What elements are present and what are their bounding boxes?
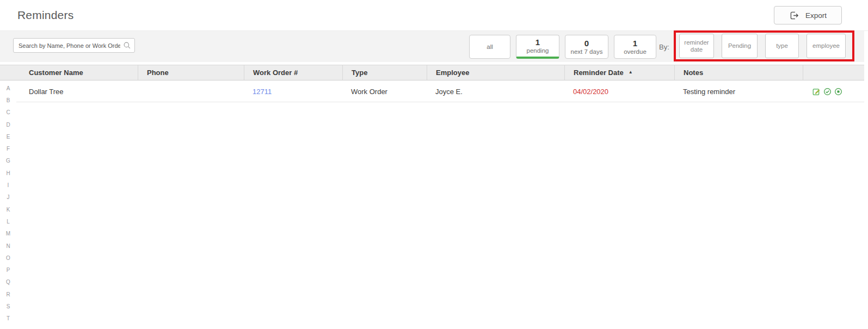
- alphabet-letter-l[interactable]: L: [0, 215, 16, 227]
- filter-next7days-button[interactable]: 0 next 7 days: [565, 35, 608, 59]
- search-icon: [123, 41, 131, 49]
- alphabet-letter-j[interactable]: J: [0, 191, 16, 203]
- alphabet-letter-k[interactable]: K: [0, 203, 16, 215]
- search-input[interactable]: [13, 38, 135, 53]
- alphabet-letter-h[interactable]: H: [0, 167, 16, 179]
- alphabet-letter-i[interactable]: I: [0, 179, 16, 191]
- alphabet-letter-r[interactable]: R: [0, 288, 16, 300]
- cell-employee: Joyce E.: [427, 88, 564, 96]
- filter-all-label: all: [487, 43, 493, 51]
- alphabet-letter-s[interactable]: S: [0, 300, 16, 312]
- overdue-label: overdue: [624, 48, 647, 55]
- filter-pending-button[interactable]: 1 pending: [516, 35, 559, 59]
- column-header-customer-name[interactable]: Customer Name: [0, 65, 138, 80]
- cell-work-order: 12711: [244, 88, 342, 96]
- alphabet-letter-t[interactable]: T: [0, 313, 16, 325]
- next7days-label: next 7 days: [571, 48, 603, 55]
- column-header-notes[interactable]: Notes: [674, 65, 803, 80]
- pending-count: 1: [535, 38, 540, 47]
- alphabet-letter-a[interactable]: A: [0, 82, 16, 94]
- sort-by-type-button[interactable]: type: [765, 34, 799, 58]
- cell-reminder-date: 04/02/2020: [564, 88, 674, 96]
- reminder-date-header-label: Reminder Date: [574, 69, 624, 77]
- by-filter-group: reminder date Pending type employee: [679, 34, 846, 58]
- alphabet-letter-q[interactable]: Q: [0, 276, 16, 288]
- page-title: Reminders: [17, 0, 73, 30]
- count-filter-group: all 1 pending 0 next 7 days 1 overdue: [469, 35, 656, 59]
- column-header-phone[interactable]: Phone: [138, 65, 244, 80]
- table-row[interactable]: Dollar Tree 12711 Work Order Joyce E. 04…: [0, 80, 864, 102]
- cell-actions: [803, 88, 864, 96]
- column-header-type[interactable]: Type: [342, 65, 427, 80]
- search-field: [13, 38, 135, 53]
- alphabet-letter-m[interactable]: M: [0, 228, 16, 240]
- by-label: By:: [659, 35, 669, 59]
- filter-overdue-button[interactable]: 1 overdue: [614, 35, 656, 59]
- sort-by-pending-button[interactable]: Pending: [722, 34, 758, 58]
- cell-notes: Testing reminder: [674, 88, 803, 96]
- column-header-employee[interactable]: Employee: [427, 65, 564, 80]
- table-header: Customer Name Phone Work Order # Type Em…: [0, 65, 864, 80]
- edit-icon[interactable]: [812, 88, 821, 96]
- title-bar: Reminders Export: [0, 0, 868, 31]
- work-order-link[interactable]: 12711: [253, 88, 272, 96]
- export-label: Export: [805, 11, 827, 20]
- column-header-work-order[interactable]: Work Order #: [244, 65, 342, 80]
- column-header-actions: [803, 65, 864, 80]
- sort-asc-icon: ▲: [629, 70, 633, 75]
- mark-complete-icon[interactable]: [823, 88, 832, 96]
- sort-by-reminder-date-button[interactable]: reminder date: [679, 34, 714, 58]
- alphabet-letter-g[interactable]: G: [0, 155, 16, 167]
- export-icon: [789, 10, 799, 21]
- alphabet-letter-n[interactable]: N: [0, 240, 16, 252]
- alphabet-letter-b[interactable]: B: [0, 94, 16, 106]
- dismiss-icon[interactable]: [834, 88, 842, 96]
- alphabet-letter-c[interactable]: C: [0, 107, 16, 119]
- next7days-count: 0: [584, 39, 589, 48]
- alphabet-letter-p[interactable]: P: [0, 264, 16, 276]
- alphabet-letter-e[interactable]: E: [0, 131, 16, 142]
- alphabet-index: ABCDEFGHIJKLMNOPQRST: [0, 82, 16, 325]
- filter-all-button[interactable]: all: [469, 35, 510, 59]
- overdue-count: 1: [633, 39, 637, 48]
- cell-type: Work Order: [342, 88, 427, 96]
- alphabet-letter-d[interactable]: D: [0, 119, 16, 131]
- export-button[interactable]: Export: [774, 6, 842, 24]
- pending-label: pending: [527, 47, 549, 54]
- alphabet-letter-o[interactable]: O: [0, 252, 16, 264]
- alphabet-letter-f[interactable]: F: [0, 142, 16, 154]
- column-header-reminder-date[interactable]: Reminder Date ▲: [564, 65, 674, 80]
- sort-by-employee-button[interactable]: employee: [807, 34, 846, 58]
- cell-customer-name: Dollar Tree: [0, 88, 138, 96]
